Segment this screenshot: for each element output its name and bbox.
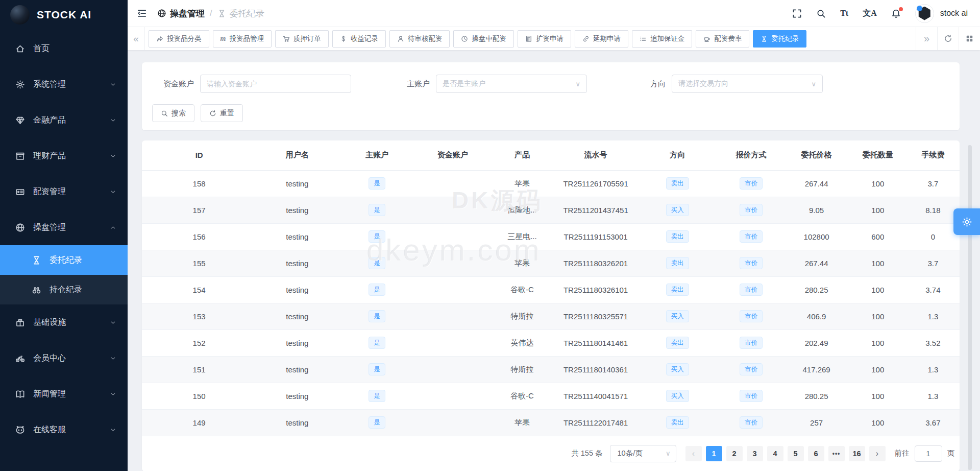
breadcrumb-section[interactable]: 操盘管理 xyxy=(157,8,205,19)
pagination-page-3[interactable]: 3 xyxy=(747,446,763,461)
sidebar-item-label: 首页 xyxy=(33,43,116,54)
hourglass-icon xyxy=(217,9,226,18)
tab-extension-application[interactable]: 延期申请 xyxy=(575,30,628,48)
sidebar-item-financial-products[interactable]: 金融产品 xyxy=(0,102,128,138)
cell-fund_account xyxy=(416,383,489,409)
pagination-page-16[interactable]: 16 xyxy=(849,446,865,461)
tab-label: 投资品分类 xyxy=(167,34,202,43)
refresh-tabs-button[interactable] xyxy=(937,27,959,50)
sidebar-item-member-center[interactable]: 会员中心 xyxy=(0,340,128,376)
cell-flow_no: TR2511140041571 xyxy=(555,383,636,409)
pagination-page-5[interactable]: 5 xyxy=(788,446,804,461)
globe-icon xyxy=(157,9,166,18)
main-badge: 是 xyxy=(369,363,385,376)
cell-direction: 卖出 xyxy=(636,329,718,356)
calculator-icon xyxy=(525,35,532,42)
home-icon xyxy=(15,44,25,54)
link-icon xyxy=(582,35,590,42)
pagination-goto: 前往 页 xyxy=(895,445,955,462)
topbar-tools: Tt 文A stock ai xyxy=(792,4,968,23)
table-row: 158testing是苹果TR2511261705591卖出市价267.4410… xyxy=(142,170,960,197)
tab-pledge-orders[interactable]: 质押订单 xyxy=(275,30,329,48)
direction-badge: 卖出 xyxy=(666,337,689,349)
table-row: 153testing是特斯拉TR2511180325571买入市价406.910… xyxy=(142,303,960,329)
cell-price: 202.49 xyxy=(784,329,849,356)
cell-flow_no: TR2511201437451 xyxy=(555,197,636,223)
tab-investment-category[interactable]: 投资品分类 xyxy=(149,30,209,48)
cell-fee: 1.3 xyxy=(906,303,960,329)
fund-account-input[interactable] xyxy=(200,75,351,93)
sidebar-item-trading-management[interactable]: 操盘管理 xyxy=(0,209,128,245)
column-header: ID xyxy=(142,140,256,170)
app-layout: STOCK AI 首页系统管理金融产品理财产品配资管理操盘管理委托纪录持仓纪录基… xyxy=(0,0,980,471)
sidebar-item-infrastructure[interactable]: 基础设施 xyxy=(0,304,128,340)
user-menu[interactable]: stock ai xyxy=(915,4,968,23)
sidebar-item-online-service[interactable]: 在线客服 xyxy=(0,412,128,448)
direction-badge: 卖出 xyxy=(666,284,689,296)
chevron-down-icon xyxy=(110,117,116,124)
sidebar-item-system-management[interactable]: 系统管理 xyxy=(0,66,128,102)
pagination-ellipsis[interactable]: ••• xyxy=(828,446,845,461)
tab-pending-review-allocation[interactable]: 待审核配资 xyxy=(389,30,450,48)
pagination-page-4[interactable]: 4 xyxy=(767,446,783,461)
tab-allocation-rates[interactable]: 配资费率 xyxy=(696,30,749,48)
cell-username: testing xyxy=(256,329,338,356)
cell-username: testing xyxy=(256,223,338,250)
cell-flow_no: TR2511180325571 xyxy=(555,303,636,329)
sidebar-item-news-management[interactable]: 新闻管理 xyxy=(0,376,128,412)
pagination-page-6[interactable]: 6 xyxy=(808,446,824,461)
package-icon xyxy=(15,151,25,161)
tab-expansion-application[interactable]: 扩资申请 xyxy=(518,30,571,48)
tabs-scroll-right-button[interactable]: » xyxy=(916,27,937,50)
tab-label: 操盘中配资 xyxy=(472,34,506,43)
settings-gear-button[interactable] xyxy=(953,208,980,235)
cell-price: 267.44 xyxy=(784,250,849,276)
tab-investment-management[interactable]: m投资品管理 xyxy=(213,30,272,48)
pagination-page-2[interactable]: 2 xyxy=(726,446,743,461)
page-size-select[interactable]: 10条/页 ∨ xyxy=(610,445,676,462)
main-account-select[interactable]: 是否是主账户∨ xyxy=(436,75,587,93)
filter-field-direction: 方向请选择交易方向∨ xyxy=(622,75,823,93)
cell-price: 406.9 xyxy=(784,303,849,329)
binoculars-icon xyxy=(32,285,41,295)
sidebar-item-entrust-records[interactable]: 委托纪录 xyxy=(0,245,128,275)
cell-main: 是 xyxy=(338,250,415,276)
search-button[interactable]: 搜索 xyxy=(152,104,194,122)
sidebar-item-position-records[interactable]: 持仓纪录 xyxy=(0,275,128,304)
sidebar-item-home[interactable]: 首页 xyxy=(0,31,128,66)
goto-label: 前往 xyxy=(895,449,910,458)
tabs-scroll-left-button[interactable]: « xyxy=(128,27,145,50)
scrollbar-thumb[interactable] xyxy=(968,145,972,470)
cell-quote: 市价 xyxy=(718,170,783,197)
direction-select[interactable]: 请选择交易方向∨ xyxy=(672,75,823,93)
search-icon[interactable] xyxy=(816,9,826,18)
clock-icon xyxy=(461,35,468,42)
cell-direction: 买入 xyxy=(636,383,718,409)
notification-bell-icon[interactable] xyxy=(891,9,901,18)
cell-quote: 市价 xyxy=(718,383,783,409)
tab-entrust-records[interactable]: 委托纪录 xyxy=(753,30,806,48)
cell-fund_account xyxy=(416,409,489,436)
font-size-icon[interactable]: Tt xyxy=(840,9,848,18)
fund-account-input[interactable] xyxy=(207,80,345,88)
sidebar-item-allocation-management[interactable]: 配资管理 xyxy=(0,174,128,209)
pagination-next-button[interactable]: › xyxy=(869,446,886,461)
translate-icon[interactable]: 文A xyxy=(863,8,877,19)
tab-margin-call[interactable]: 追加保证金 xyxy=(632,30,693,48)
sidebar-item-wealth-products[interactable]: 理财产品 xyxy=(0,138,128,174)
sidebar-collapse-icon[interactable] xyxy=(137,8,147,18)
cell-id: 149 xyxy=(142,409,256,436)
list-icon xyxy=(640,35,647,42)
cell-quote: 市价 xyxy=(718,250,783,276)
select-placeholder: 是否是主账户 xyxy=(443,79,575,88)
app-logo[interactable]: STOCK AI xyxy=(0,0,128,30)
reset-button[interactable]: 重置 xyxy=(201,104,243,122)
layout-grid-button[interactable] xyxy=(959,27,980,50)
chevron-down-icon xyxy=(110,81,116,88)
tab-income-records[interactable]: 收益记录 xyxy=(332,30,386,48)
fullscreen-icon[interactable] xyxy=(792,9,802,18)
pagination-page-1[interactable]: 1 xyxy=(706,446,722,461)
tab-trading-allocation[interactable]: 操盘中配资 xyxy=(453,30,514,48)
goto-page-input[interactable] xyxy=(915,445,942,462)
pagination-prev-button[interactable]: ‹ xyxy=(685,446,702,461)
